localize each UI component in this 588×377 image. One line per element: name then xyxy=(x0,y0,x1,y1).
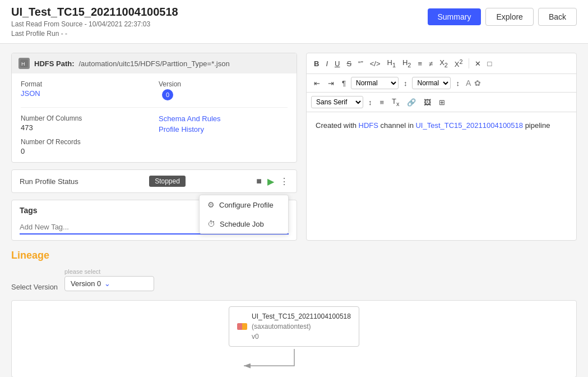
format-value: JSON xyxy=(21,89,40,98)
gear-icon: ⚙ xyxy=(207,200,215,209)
image-button[interactable]: 🖼 xyxy=(421,96,434,108)
header-buttons: Summary Explore Back xyxy=(428,8,577,26)
explore-button[interactable]: Explore xyxy=(485,8,533,26)
hdfs-path-value: /automation/uitc15/HDFS/Parttion_Type=*.… xyxy=(79,59,230,68)
chevron-down-icon: ⌄ xyxy=(104,279,110,288)
schema-links: Schema And Rules Profile History xyxy=(159,114,288,134)
pipeline-node-sub2: v0 xyxy=(252,332,351,342)
editor-text-mid: channel in xyxy=(378,121,416,130)
last-profile-label: Last Profile Run - - xyxy=(11,30,178,38)
font-family-select[interactable]: Sans Serif Serif Monospace xyxy=(311,96,363,108)
format-item: Format JSON xyxy=(21,80,150,100)
schedule-job-label: Schedule Job xyxy=(220,220,264,228)
profile-history-link[interactable]: Profile History xyxy=(159,125,288,134)
num-records-item: Number Of Records 0 xyxy=(21,138,150,155)
back-button[interactable]: Back xyxy=(538,8,577,26)
stop-icon[interactable]: ■ xyxy=(256,176,262,186)
page-title: UI_Test_TC15_20211004100518 xyxy=(11,6,178,19)
ul-button[interactable]: ≠ xyxy=(426,58,436,70)
editor-text-pre: Created with xyxy=(316,121,359,130)
underline-button[interactable]: U xyxy=(332,58,342,70)
highlight-icon: ✿ xyxy=(474,79,481,88)
run-profile-label: Run Profile Status xyxy=(20,177,78,186)
font-size-select[interactable]: Normal Small Large xyxy=(412,77,451,89)
context-menu: ⚙ Configure Profile ⏱ Schedule Job xyxy=(199,195,289,234)
schedule-job-item[interactable]: ⏱ Schedule Job xyxy=(200,214,288,233)
font-chevron[interactable]: ↕ xyxy=(365,96,375,108)
hdfs-card: H HDFS Path: /automation/uitc15/HDFS/Par… xyxy=(11,53,297,163)
configure-profile-item[interactable]: ⚙ Configure Profile xyxy=(200,195,288,214)
align-center-button[interactable]: ≡ xyxy=(377,96,387,108)
num-records-value: 0 xyxy=(21,147,25,155)
version-selected-value: Version 0 xyxy=(71,279,101,288)
h1-button[interactable]: H1 xyxy=(385,57,399,70)
header-info: UI_Test_TC15_20211004100518 Last Read Fr… xyxy=(11,6,178,38)
please-select-label: please select xyxy=(64,268,154,275)
bold-button[interactable]: B xyxy=(311,58,322,70)
style-chevron2[interactable]: ↕ xyxy=(453,77,462,89)
main-content: H HDFS Path: /automation/uitc15/HDFS/Par… xyxy=(0,44,588,250)
maximize-button[interactable]: □ xyxy=(485,58,495,70)
version-item: Version 0 xyxy=(159,80,288,100)
svg-text:H: H xyxy=(21,61,25,67)
status-badge: Stopped xyxy=(149,176,186,187)
num-columns-label: Number Of Columns xyxy=(21,114,150,122)
pipeline-node-name: UI_Test_TC15_20211004100518 xyxy=(252,311,351,321)
num-columns-value: 473 xyxy=(21,123,33,132)
schema-and-rules-link[interactable]: Schema And Rules xyxy=(159,114,288,123)
lineage-diagram: UI_Test_TC15_20211004100518 (saxautomati… xyxy=(11,300,577,377)
quote-button[interactable]: “” xyxy=(355,58,366,70)
editor-row2: ⇤ ⇥ ¶ Normal Heading 1 Heading 2 ↕ Norma… xyxy=(307,74,576,93)
clear-format-button[interactable]: Tx xyxy=(389,95,402,109)
close-editor-button[interactable]: ✕ xyxy=(472,58,484,70)
clock-icon: ⏱ xyxy=(207,219,215,228)
version-selector: Select Version please select Version 0 ⌄ xyxy=(11,268,577,291)
table-button[interactable]: ⊞ xyxy=(436,96,448,108)
more-options-icon[interactable]: ⋮ xyxy=(280,176,289,187)
lineage-title: Lineage xyxy=(11,250,577,261)
link-button[interactable]: 🔗 xyxy=(404,96,419,108)
info-grid: Format JSON Version 0 Number Of Columns … xyxy=(21,80,288,155)
profile-actions: ■ ▶ ⋮ xyxy=(256,176,289,187)
num-columns-item: Number Of Columns 473 xyxy=(21,114,150,134)
pipeline-node-sub1: (saxautomationtest) xyxy=(252,321,351,332)
rich-text-editor: B I U S “” </> H1 H2 ≡ ≠ X2 X2 ✕ □ ⇤ ⇥ ¶… xyxy=(306,53,577,241)
paragraph-style-select[interactable]: Normal Heading 1 Heading 2 xyxy=(351,77,399,89)
left-panel: H HDFS Path: /automation/uitc15/HDFS/Par… xyxy=(11,53,297,241)
rtl-button[interactable]: ¶ xyxy=(339,77,349,89)
indent-left-button[interactable]: ⇤ xyxy=(311,77,323,89)
last-read-label: Last Read From Source - 10/04/2021 22:37… xyxy=(11,20,178,28)
superscript-button[interactable]: X2 xyxy=(452,57,466,70)
configure-profile-label: Configure Profile xyxy=(219,201,274,209)
style-chevron1[interactable]: ↕ xyxy=(401,77,410,89)
lineage-arrow xyxy=(238,349,350,377)
italic-button[interactable]: I xyxy=(323,58,331,70)
pipeline-node: UI_Test_TC15_20211004100518 (saxautomati… xyxy=(229,306,359,347)
editor-pipeline-highlight: UI_Test_TC15_20211004100518 xyxy=(415,121,523,130)
profile-status-card: Run Profile Status Stopped ■ ▶ ⋮ ⚙ Confi… xyxy=(11,169,297,193)
editor-text-post: pipeline xyxy=(523,121,550,130)
editor-hdfs-highlight: HDFS xyxy=(359,121,378,130)
summary-button[interactable]: Summary xyxy=(428,8,481,25)
play-icon[interactable]: ▶ xyxy=(267,176,274,187)
ol-button[interactable]: ≡ xyxy=(415,58,425,70)
lineage-section: Lineage Select Version please select Ver… xyxy=(0,250,588,377)
version-select-dropdown[interactable]: Version 0 ⌄ xyxy=(64,276,154,291)
version-display: 0 xyxy=(159,90,173,99)
editor-content[interactable]: Created with HDFS channel in UI_Test_TC1… xyxy=(307,112,576,240)
subscript-button[interactable]: X2 xyxy=(437,57,451,70)
h2-button[interactable]: H2 xyxy=(400,57,414,70)
tags-title: Tags xyxy=(20,206,38,215)
top-header: UI_Test_TC15_20211004100518 Last Read Fr… xyxy=(0,0,588,44)
hdfs-body: Format JSON Version 0 Number Of Columns … xyxy=(12,73,297,162)
indent-right-button[interactable]: ⇥ xyxy=(325,77,337,89)
editor-row3: Sans Serif Serif Monospace ↕ ≡ Tx 🔗 🖼 ⊞ xyxy=(307,93,576,112)
editor-toolbar: B I U S “” </> H1 H2 ≡ ≠ X2 X2 ✕ □ xyxy=(307,53,576,74)
pipeline-icon xyxy=(237,323,247,330)
hdfs-header: H HDFS Path: /automation/uitc15/HDFS/Par… xyxy=(12,53,297,73)
hdfs-icon: H xyxy=(18,58,30,69)
strikethrough-button[interactable]: S xyxy=(344,58,354,70)
toolbar-sep1 xyxy=(469,58,469,68)
version-badge: 0 xyxy=(162,89,173,100)
code-button[interactable]: </> xyxy=(367,58,383,70)
